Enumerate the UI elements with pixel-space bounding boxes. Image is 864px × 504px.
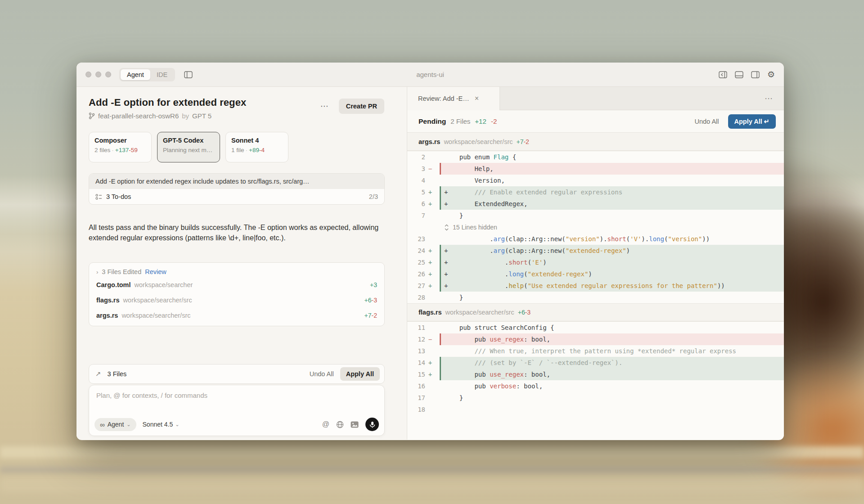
chevron-right-icon: › [96,269,98,275]
panel-more-menu-icon[interactable]: ⋯ [765,94,784,104]
diff-file-header[interactable]: flags.rsworkspace/searcher/src+6-3 [407,303,784,321]
files-edited-header[interactable]: › 3 Files Edited Review [96,268,377,277]
diff-marker [425,233,435,245]
todos-row[interactable]: 3 To-dos 2/3 [89,189,384,204]
diff-file-header[interactable]: args.rsworkspace/searcher/src+7-2 [407,133,784,151]
code-token: 'V' [630,235,641,243]
web-globe-icon[interactable] [336,421,344,428]
settings-gear-icon[interactable]: ⚙ [767,70,775,79]
more-menu-icon[interactable]: ⋯ [320,101,329,111]
zoom-window-button[interactable] [105,72,111,77]
review-undo-all-button[interactable]: Undo All [695,118,719,125]
code-line: + .short('E') [440,256,784,268]
diff-marker: + [425,186,435,198]
code-token: "Use extended regular expressions for th… [527,282,717,289]
segment-ide[interactable]: IDE [150,69,174,80]
mode-picker[interactable]: ∞ Agent ⌄ [94,418,136,431]
added-count: +7 [516,138,523,145]
code-line [440,404,784,415]
diff-row: 23 .arg(clap::Arg::new("version").short(… [407,233,784,245]
apply-all-button[interactable]: Apply All [340,367,380,381]
collapse-left-panel-icon[interactable] [719,71,727,78]
code-token: pub struct SearchConfig { [444,324,554,331]
traffic-lights [86,72,111,77]
minimize-window-button[interactable] [95,72,101,77]
image-attach-icon[interactable] [351,421,359,428]
agent-card-status: Planning next m… [163,147,212,153]
edited-files-list: Cargo.tomlworkspace/searcher+3flags.rswo… [96,277,377,323]
diff-row: 2 pub enum Flag { [407,151,784,163]
review-tab[interactable]: Review: Add -E… × [407,87,500,110]
diff-file-path: workspace/searcher/src [444,138,513,145]
code-token: ) [543,259,546,266]
code-token: pub [444,382,490,390]
code-line: .arg(clap::Arg::new("version").short('V'… [440,233,784,245]
model-picker[interactable]: Sonnet 4.5 ⌄ [143,421,180,428]
titlebar-actions: ⚙ [719,70,775,79]
hidden-lines-label: 15 Lines hidden [453,221,497,233]
wallpaper-shore-streak [0,466,864,473]
diff-marker: + [425,280,435,292]
agent-card-name: Composer [94,137,146,144]
composer-icons: @ [322,418,379,431]
diff-file-stats: +7-2 [516,138,529,145]
model-label: Sonnet 4.5 [143,421,173,428]
close-window-button[interactable] [86,72,91,77]
toggle-right-panel-icon[interactable] [751,71,760,78]
undo-all-button[interactable]: Undo All [310,370,334,378]
edited-file-row[interactable]: flags.rsworkspace/searcher/src+6-3 [96,292,377,308]
chevron-down-icon: ⌄ [175,422,179,428]
line-number: 7 [407,210,425,221]
pending-diff-stats: +12 -2 [475,117,497,125]
arrow-up-right-icon: ↗ [95,370,101,378]
diff-row: 13 /// When true, interpret the pattern … [407,345,784,357]
diff-marker: − [425,163,435,175]
code-token: use_regex [490,336,524,343]
microphone-button[interactable] [365,418,379,431]
window-title: agents-ui [76,71,784,78]
create-pr-button[interactable]: Create PR [339,99,384,114]
line-number: 16 [407,380,425,392]
task-summary[interactable]: Add -E option for extended regex include… [89,174,384,189]
line-number: 23 [407,233,425,245]
mode-segmented-control: Agent IDE [119,68,175,81]
toggle-bottom-panel-icon[interactable] [735,71,743,78]
review-link[interactable]: Review [145,268,166,275]
diff-viewer[interactable]: args.rsworkspace/searcher/src+7-22 pub e… [407,133,784,440]
line-number [407,221,425,233]
agent-card-files: 2 files [94,147,110,153]
chevron-down-icon: ⌄ [126,422,130,428]
review-apply-all-button[interactable]: Apply All ↵ [728,114,776,129]
hidden-lines-row[interactable]: 15 Lines hidden [440,221,784,233]
close-tab-icon[interactable]: × [475,94,479,103]
composer-input[interactable]: Plan, @ for contexts, / for commands ∞ A… [89,385,385,436]
edited-file-row[interactable]: args.rsworkspace/searcher/src+7-2 [96,308,377,323]
code-line: /// When true, interpret the pattern usi… [440,345,784,357]
diff-marker [425,292,435,303]
agent-card[interactable]: GPT-5 CodexPlanning next m… [157,132,220,162]
agent-card[interactable]: Sonnet 41 file·+89-4 [225,132,288,162]
line-number: 26 [407,268,425,280]
code-token: help [508,282,524,289]
sidebar-toggle-icon[interactable] [184,71,193,78]
diff-file-name: flags.rs [418,309,442,316]
diff-marker [425,221,435,233]
unfold-lines-icon [444,224,449,231]
mention-icon[interactable]: @ [322,420,329,428]
added-count: +3 [370,281,377,288]
code-token: use_regex [490,371,524,378]
edited-file-row[interactable]: Cargo.tomlworkspace/searcher+3 [96,277,377,292]
agent-card-name: Sonnet 4 [231,137,283,144]
segment-agent[interactable]: Agent [121,69,150,80]
diff-row: 6++ ExtendedRegex, [407,198,784,210]
diff-row: 16 pub verbose: bool, [407,380,784,392]
code-token: pub enum [444,153,494,161]
agent-card-meta: Planning next m… [163,147,214,153]
diff-row: 28 } [407,292,784,303]
code-line: + .help("Use extended regular expression… [440,280,784,292]
code-token: + ExtendedRegex, [444,200,527,207]
agent-card[interactable]: Composer2 files·+137-59 [89,132,152,162]
header-actions: ⋯ Create PR [320,99,384,114]
code-line: pub use_regex: bool, [440,369,784,380]
diff-file-section: 2 pub enum Flag {3− Help,4 Version,5++ /… [407,151,784,303]
